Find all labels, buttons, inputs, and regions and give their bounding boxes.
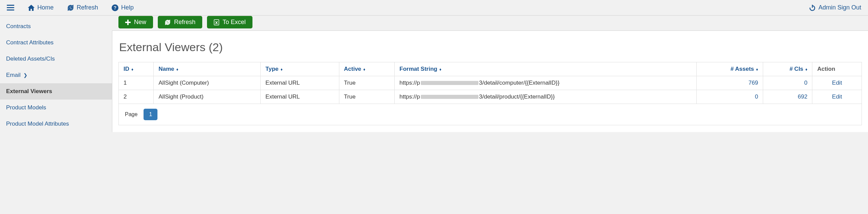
sort-icon: ♦ — [176, 67, 178, 71]
chevron-right-icon: ❯ — [23, 72, 27, 78]
col-id[interactable]: ID♦ — [119, 62, 154, 76]
cis-link[interactable]: 692 — [798, 93, 807, 100]
help-link[interactable]: ? Help — [112, 4, 134, 11]
cell-type: External URL — [261, 76, 339, 90]
new-button[interactable]: New — [118, 16, 153, 28]
topbar-right: Admin Sign Out — [809, 4, 861, 11]
sidebar-item-deleted-assets-cis[interactable]: Deleted Assets/CIs — [0, 51, 112, 67]
edit-link[interactable]: Edit — [832, 80, 842, 86]
cell-action: Edit — [812, 90, 862, 104]
cell-cis: 692 — [763, 90, 812, 104]
sidebar-item-label: Product Model Attributes — [6, 121, 69, 127]
help-icon: ? — [112, 4, 118, 11]
sidebar-item-label: External Viewers — [6, 88, 52, 95]
cis-link[interactable]: 0 — [804, 80, 807, 86]
home-icon — [28, 5, 35, 11]
refresh-link[interactable]: Refresh — [67, 4, 98, 11]
sidebar-item-contract-attributes[interactable]: Contract Attributes — [0, 35, 112, 51]
hamburger-icon[interactable] — [7, 5, 14, 10]
refresh-icon — [67, 5, 74, 11]
sort-icon: ♦ — [805, 67, 807, 71]
excel-button[interactable]: To Excel — [207, 16, 252, 28]
topbar-left: Home Refresh ? Help — [7, 4, 134, 11]
sidebar-item-label: Email — [6, 72, 21, 79]
cell-format-string: https://p3/detail/computer/{{ExternalID}… — [395, 76, 697, 90]
sidebar-item-label: Deleted Assets/CIs — [6, 56, 55, 62]
col-active[interactable]: Active♦ — [339, 62, 395, 76]
topbar: Home Refresh ? Help Admin Sign Out — [0, 0, 868, 16]
col-name[interactable]: Name♦ — [154, 62, 261, 76]
cell-active: True — [339, 76, 395, 90]
col-assets[interactable]: # Assets♦ — [696, 62, 763, 76]
sidebar-item-email[interactable]: Email❯ — [0, 67, 112, 83]
main-container: ContractsContract AttributesDeleted Asse… — [0, 16, 868, 132]
edit-link[interactable]: Edit — [832, 93, 842, 100]
sidebar-item-external-viewers[interactable]: External Viewers — [0, 83, 112, 100]
sort-icon: ♦ — [756, 67, 758, 71]
sidebar-item-product-model-attributes[interactable]: Product Model Attributes — [0, 116, 112, 132]
cell-action: Edit — [812, 76, 862, 90]
table-header-row: ID♦ Name♦ Type♦ Active♦ Format String♦ #… — [119, 62, 862, 76]
table-wrapper: ID♦ Name♦ Type♦ Active♦ Format String♦ #… — [112, 62, 868, 125]
refresh-label: Refresh — [174, 19, 195, 26]
sidebar-item-label: Product Models — [6, 104, 46, 111]
assets-link[interactable]: 0 — [755, 93, 758, 100]
sort-icon: ♦ — [281, 67, 283, 71]
sidebar: ContractsContract AttributesDeleted Asse… — [0, 16, 112, 132]
svg-rect-5 — [125, 22, 131, 23]
sort-icon: ♦ — [131, 67, 133, 71]
new-label: New — [134, 19, 146, 26]
page-title: External Viewers (2) — [112, 34, 868, 62]
col-cis[interactable]: # CIs♦ — [763, 62, 812, 76]
svg-text:?: ? — [114, 5, 117, 10]
assets-link[interactable]: 769 — [749, 80, 758, 86]
col-type[interactable]: Type♦ — [261, 62, 339, 76]
cell-assets: 0 — [696, 90, 763, 104]
pagination: Page 1 — [118, 104, 862, 125]
excel-icon — [214, 19, 219, 25]
redacted-url — [421, 95, 478, 99]
excel-label: To Excel — [223, 19, 246, 26]
home-link[interactable]: Home — [28, 4, 54, 11]
home-label: Home — [37, 4, 54, 11]
refresh-icon — [165, 20, 171, 25]
cell-active: True — [339, 90, 395, 104]
sidebar-item-label: Contracts — [6, 23, 31, 30]
cell-name: AllSight (Product) — [154, 90, 261, 104]
content: New Refresh To Excel External Viewers (2… — [112, 30, 868, 132]
redacted-url — [421, 81, 478, 85]
data-table: ID♦ Name♦ Type♦ Active♦ Format String♦ #… — [118, 62, 862, 104]
table-row: 1AllSight (Computer)External URLTruehttp… — [119, 76, 862, 90]
cell-id: 2 — [119, 90, 154, 104]
page-button-1[interactable]: 1 — [144, 109, 157, 120]
action-bar: New Refresh To Excel — [118, 16, 868, 34]
refresh-label: Refresh — [77, 4, 98, 11]
sort-icon: ♦ — [439, 67, 441, 71]
cell-name: AllSight (Computer) — [154, 76, 261, 90]
help-label: Help — [121, 4, 134, 11]
page-label: Page — [125, 111, 137, 117]
sidebar-item-product-models[interactable]: Product Models — [0, 100, 112, 116]
cell-cis: 0 — [763, 76, 812, 90]
power-icon — [809, 4, 816, 11]
plus-icon — [125, 20, 131, 25]
sidebar-item-label: Contract Attributes — [6, 39, 54, 46]
cell-format-string: https://p3/detail/product/{{ExternalID}} — [395, 90, 697, 104]
sidebar-item-contracts[interactable]: Contracts — [0, 18, 112, 35]
signout-label: Admin Sign Out — [818, 4, 861, 11]
cell-assets: 769 — [696, 76, 763, 90]
cell-type: External URL — [261, 90, 339, 104]
col-format[interactable]: Format String♦ — [395, 62, 697, 76]
signout-link[interactable]: Admin Sign Out — [809, 4, 861, 11]
col-action: Action — [812, 62, 862, 76]
cell-id: 1 — [119, 76, 154, 90]
table-row: 2AllSight (Product)External URLTruehttps… — [119, 90, 862, 104]
refresh-button[interactable]: Refresh — [158, 16, 202, 28]
sort-icon: ♦ — [363, 67, 365, 71]
